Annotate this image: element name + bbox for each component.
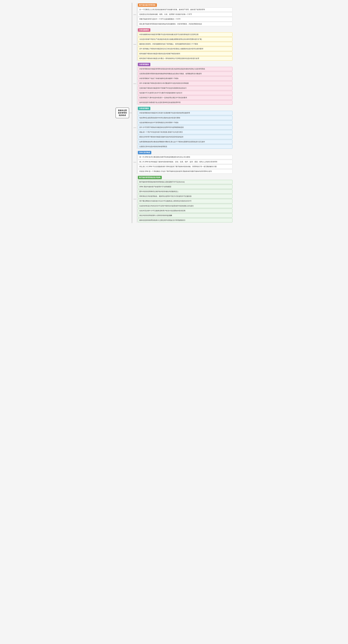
sections-container: 数字媒体版权管理系统 从一个完整意义上讲,应该包括媒体资产的创建与采集、媒体资产…: [132, 3, 232, 223]
tag-content-manage: 内容管理模块: [138, 63, 150, 66]
leaf-6-5: 在成功持有该文件的访问许可后用户获得访问该受保护内容的授权,访问成功: [138, 204, 232, 208]
leaf-4-7: 以跟踪记录对信息内容的具体使用情况: [138, 144, 232, 149]
leaf-6-4: 用户通过网络支付或其他方式从许可证服务器上得到特定内容的访问许可: [138, 199, 232, 203]
tag-digital-media: 数字媒体版权管理系统: [138, 4, 157, 7]
section-content-create: 内容创建模块 内容创建模块的功能是管理数字信息内容的创建,使其可以较容易地进行交…: [134, 28, 232, 61]
leaf-6-0: 数字版权管理系统的权利管理的核心思想是数字许可证(license): [138, 180, 232, 184]
section-hconnector-4: [134, 106, 136, 149]
leaf-2-1: 当信息内容被不同的生产者(或提供者)首次创建(或重新使用以及在权利范围内进行扩展…: [138, 37, 232, 42]
tag-drm-tech: DRM 技术构成: [138, 151, 151, 154]
hline-1: [134, 14, 136, 15]
leaf-2-2: 确保他们的权利。内容创建模块包括了权利确认、权利创建和权利流程三个子模块: [138, 42, 232, 46]
root-left: 新媒体运营版权管理系统的组成: [116, 3, 132, 223]
leaf-4-6: 如果需要根据使用次数或使用数量付费的话,那么这个子模块也需要同交易系统进行交互操…: [138, 140, 232, 144]
leaf-3-2: 内容管理模块下包括了存储功能和交易功能两个子模块: [138, 76, 232, 80]
hline-5: [134, 162, 136, 162]
leaf-3-5: 包括被许可方(使用方)向许可方(数字内容版权拥有方)的支付: [138, 91, 232, 95]
root-node: 新媒体运营版权管理系统的组成: [116, 108, 129, 118]
hline-4: [134, 128, 136, 128]
leaf-6-2: 图中内容供应商将经过保护的内容存储在内容服务器上: [138, 190, 232, 194]
leaf-1-3: 因此,数字版权管理系统的功能结构由内容创建模块、内容管理模块、内容使用模块组成: [138, 22, 232, 26]
leaf-2-3: 其中,权利确认子模块的功能是保证在已有信息内容基础上创建新的信息内容符合权利要求: [138, 47, 232, 51]
leaf-3-4: 交易功能子模块的功能是将许可权赋予对信息内容拥有协议的各方: [138, 86, 232, 90]
section-drm-arch: 数字版权管理系统的技术架构 数字版权管理系统的权利管理的核心思想是数字许可证(l…: [134, 175, 232, 223]
leaf-4-2: 信息使用模块包括许可管理和跟踪记录管理两个子模块: [138, 120, 232, 125]
section-inner-5: DRM 技术构成 第一代 DRM 技术主要是通过加密手段来提高数据安全性,防止非…: [137, 150, 232, 174]
section-inner-6: 数字版权管理系统的技术架构 数字版权管理系统的权利管理的核心思想是数字许可证(l…: [137, 176, 232, 223]
section-hconnector-3: [134, 62, 136, 105]
leaf-2-0: 内容创建模块的功能是管理数字信息内容的创建,使其可以较容易地进行交流和交易: [138, 32, 232, 37]
leaf-4-4: 例如,若一个用户对信息内容只有浏览权,那就不允许进行拷贝: [138, 130, 232, 134]
leaf-6-8: 媒体信息的转移用实线表示,交易过程中的现金支付等用虚线表示: [138, 218, 232, 222]
section-hconnector-2: [134, 28, 136, 61]
leaf-3-3: 其中,存储功能子模块是实现对分布式数据库中信息内容的访问和检索: [138, 81, 232, 86]
leaf-1-1: 也就是说,其涉及媒体创建、销售、分发、使用整个价值链中的每一个环节: [138, 12, 232, 16]
leaf-1-2: 而数字版权管理只是其中一个环节,也是最重要的一个环节: [138, 17, 232, 21]
section-inner-3: 内容管理模块 内容管理模块的功能是管理和实现信息内容交易,包括将信息提供者的内容…: [137, 62, 232, 105]
tag-content-create: 内容创建模块: [138, 28, 150, 32]
section-drm-tech: DRM 技术构成 第一代 DRM 技术主要是通过加密手段来提高数据安全性,防止非…: [134, 150, 232, 174]
hline-2: [134, 44, 136, 44]
leaf-5-2: 所以,第二代 DRM 不仅仅指版权保护,同时也提供了数字媒体内容的传输、管理和发…: [138, 164, 232, 169]
leaf-2-4: 权利创建子模块的功能是对新的信息内容赋予相应的权利: [138, 52, 232, 56]
section-inner-2: 内容创建模块 内容创建模块的功能是管理数字信息内容的创建,使其可以较容易地进行交…: [137, 28, 232, 61]
leaf-5-0: 第一代 DRM 技术主要是通过加密手段来提高数据安全性,防止非法复制: [138, 155, 232, 159]
hline-3: [134, 84, 136, 84]
leaf-4-3: 其中,许可管理子模块的功能是保证使用环境与使用权限相适应: [138, 125, 232, 130]
leaf-6-1: DRM 系统中媒体资产的使用许可与控制模型: [138, 185, 232, 189]
page: 新媒体运营版权管理系统的组成 数字媒体版权管理系统 从一个完整意义上讲,应该包括…: [0, 0, 348, 644]
section-inner-4: 内容使用模块 内容使用模块的功能是对已经进行交易的数字信息内容的使用实施管理 包…: [137, 106, 232, 149]
hline-6: [134, 199, 136, 199]
leaf-4-5: 跟踪记录管理子模块的功能是实施对信息内容适应情况的监控: [138, 135, 232, 139]
leaf-4-1: 包括用特定桌面系统或软件对所交易的信息内容进行限制: [138, 116, 232, 120]
leaf-2-5: 权利流程子模块的功能是允许通过一系列的权利认可(审查)流程对信息内容进行处理: [138, 56, 232, 60]
leaf-4-0: 内容使用模块的功能是对已经进行交易的数字信息内容的使用实施管理: [138, 111, 232, 115]
section-hconnector-5: [134, 150, 136, 174]
leaf-3-0: 内容管理模块的功能是管理和实现信息内容交易,包括将信息提供者的内容纳入信息管理系…: [138, 67, 232, 71]
leaf-3-7: 如对信息进行加密或打包,以适应某种特定的桌面使用环境: [138, 100, 232, 104]
root-hline: [129, 113, 132, 113]
leaf-5-1: 第二代 DRM 技术则涵盖了媒体内容的权利描述、识别、交易、保护、监管、跟踪、权…: [138, 160, 232, 164]
leaf-3-1: 交易系统需要管理那些描述性数据和权利数据,如交易各方数据、使用数据和支付数据等: [138, 72, 232, 76]
leaf-6-3: 同时将各文件的使用条款、规则等以使用许可的方式存放到许可证服务器: [138, 194, 232, 198]
tag-drm-arch: 数字版权管理系统的技术架构: [138, 176, 162, 179]
section-content-use: 内容使用模块 内容使用模块的功能是对已经进行交易的数字信息内容的使用实施管理 包…: [134, 106, 232, 150]
leaf-5-3: 应该说 DRM 是一个系统概念,它包含了数字版权信息的使用,受版权保护的数字媒体…: [138, 169, 232, 174]
tag-content-use: 内容使用模块: [138, 107, 150, 110]
section-digital-media: 数字媒体版权管理系统 从一个完整意义上讲,应该包括媒体资产的创建与采集、媒体资产…: [134, 3, 232, 27]
section-hconnector-1: [134, 3, 136, 26]
leaf-6-6: 在此对话过程中,许可证服务器将用户的支付信息通知内容供应商: [138, 209, 232, 213]
section-inner-1: 数字媒体版权管理系统 从一个完整意义上讲,应该包括媒体资产的创建与采集、媒体资产…: [137, 3, 232, 26]
section-content-manage: 内容管理模块 内容管理模块的功能是管理和实现信息内容交易,包括将信息提供者的内容…: [134, 62, 232, 106]
leaf-3-6: 在某些情况下,要对信息内容进行一定的处理以满足许可协议的要求: [138, 96, 232, 100]
leaf-6-7: 保证内容供应商或著作人获得应得的利益报酬: [138, 214, 232, 218]
section-hconnector-6: [134, 176, 136, 223]
canvas: 新媒体运营版权管理系统的组成 数字媒体版权管理系统 从一个完整意义上讲,应该包括…: [116, 3, 232, 641]
leaf-1-0: 从一个完整意义上讲,应该包括媒体资产的创建与采集、媒体资产管理、媒体资产使用管理…: [138, 8, 232, 12]
mindmap: 新媒体运营版权管理系统的组成 数字媒体版权管理系统 从一个完整意义上讲,应该包括…: [116, 3, 232, 223]
